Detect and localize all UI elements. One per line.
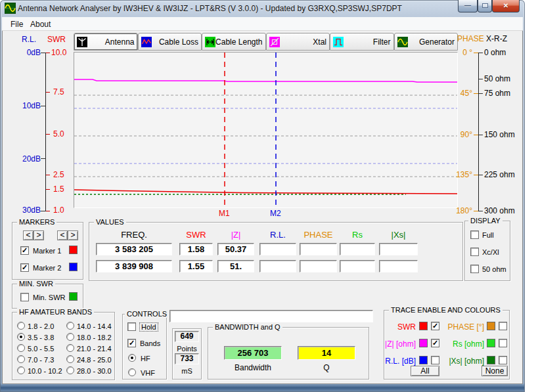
markers-group: MARKERS < > < > ✓ Marker 1 ✓ Marker 2: [12, 222, 83, 280]
band-label-3p5: 3.5 - 3.8: [28, 334, 54, 341]
display-xcxl-checkbox[interactable]: [470, 248, 479, 256]
trace-z-swatch[interactable]: [419, 339, 428, 347]
min-swr-color-swatch[interactable]: [69, 292, 78, 301]
xs-value-m2: [379, 260, 418, 272]
command-input[interactable]: [169, 310, 373, 322]
trace-rs-checkbox[interactable]: [499, 339, 507, 347]
marker2-prev-button[interactable]: <: [57, 230, 68, 240]
vhf-radio[interactable]: [128, 368, 136, 376]
tab-generator[interactable]: Generator: [394, 33, 459, 51]
hf-radio[interactable]: [128, 354, 136, 362]
phase-tick-label: 135°: [455, 171, 472, 179]
trace-phase-checkbox[interactable]: [499, 322, 507, 330]
tab-strip: Antenna Cable Loss Cable Length Xtal Fil…: [74, 33, 458, 51]
close-button[interactable]: ✕: [492, 0, 520, 12]
hf-label: HF: [141, 355, 150, 362]
band-radio-24p8[interactable]: [66, 355, 74, 363]
ohm-tick-label: 300 ohm: [484, 207, 515, 215]
marker2-plot-label: M2: [270, 209, 281, 217]
band-radio-5p0[interactable]: [17, 344, 25, 352]
band-radio-3p5[interactable]: [17, 333, 25, 341]
band-radio-28p0[interactable]: [66, 366, 74, 374]
swr-tick-label: 5.0: [53, 130, 64, 138]
rl-tick-label: 0dB: [22, 49, 41, 56]
min-swr-group: MIN. SWR Min. SWR: [12, 284, 83, 309]
trace-swr-swatch[interactable]: [419, 322, 428, 330]
rl-tick: [41, 106, 46, 106]
display-group: DISPLAY Full Xc/Xl 50 ohm: [464, 221, 510, 281]
min-swr-checkbox[interactable]: [20, 293, 29, 301]
marker1-checkbox[interactable]: ✓: [20, 246, 29, 255]
menu-bar: File About: [2, 17, 523, 31]
maximize-icon: [482, 3, 488, 8]
trace-z-checkbox[interactable]: ✓: [431, 339, 439, 347]
marker2-color-swatch[interactable]: [69, 263, 78, 271]
band-radio-10p0[interactable]: [17, 366, 25, 374]
chart-plot-area[interactable]: [74, 52, 458, 208]
ohm-tick-label: 0 ohm: [484, 49, 506, 56]
hf-bands-group: HF AMATEUR BANDS 1.8 - 2.0 3.5 - 3.8 5.0…: [12, 312, 115, 380]
trace-xs-swatch[interactable]: [487, 356, 495, 364]
trace-none-button[interactable]: None: [482, 366, 508, 376]
values-header-rl: R.L.: [259, 231, 296, 239]
phase-value-m2: [300, 260, 337, 272]
ohm-tick-label: 50 ohm: [484, 75, 510, 83]
bandwidth-q-group-title: BANDWIDTH and Q: [213, 323, 282, 331]
swr-tick-label: 7.5: [53, 88, 64, 96]
xs-value-m1: [379, 243, 418, 255]
trace-rs-swatch[interactable]: [487, 339, 495, 347]
phase-tick: [474, 53, 478, 53]
minimize-button[interactable]: —: [458, 0, 478, 12]
menu-about[interactable]: About: [27, 19, 54, 30]
trace-rl-checkbox[interactable]: [431, 356, 439, 364]
ohm-tick: [479, 175, 483, 175]
trace-xs-checkbox[interactable]: [499, 356, 507, 364]
rl-axis-title: R.L.: [22, 35, 36, 43]
marker1-next-button[interactable]: >: [34, 230, 44, 240]
trace-rl-swatch[interactable]: [419, 356, 428, 364]
band-radio-18p0[interactable]: [66, 333, 74, 341]
close-icon: ✕: [503, 2, 508, 9]
tab-cable-length[interactable]: Cable Length: [202, 33, 266, 51]
bands-checkbox[interactable]: ✓: [127, 339, 136, 347]
ohm-tick: [479, 79, 483, 79]
phase-tick: [474, 175, 478, 175]
display-50ohm-checkbox[interactable]: [470, 265, 479, 273]
band-radio-7p0[interactable]: [17, 355, 25, 363]
tab-filter[interactable]: Filter: [330, 33, 394, 51]
trace-rl-label: R.L. [dB]: [384, 357, 416, 365]
tab-antenna[interactable]: Antenna: [74, 33, 138, 51]
swr-tick-label: 10.0: [51, 49, 66, 56]
freq-value-m1: 3 583 205: [96, 243, 172, 255]
band-radio-1p8[interactable]: [17, 322, 25, 330]
marker1-color-swatch[interactable]: [69, 246, 78, 254]
ohm-tick-label: 75 ohm: [484, 89, 510, 97]
swr-tick-label: 1.5: [53, 185, 64, 193]
tab-xtal[interactable]: Xtal: [266, 33, 330, 51]
display-full-label: Full: [482, 231, 494, 239]
points-label: Points: [173, 345, 201, 353]
rs-value-m1: [340, 243, 375, 255]
band-label-10p0: 10.0 - 10.2: [28, 367, 62, 375]
hold-checkbox[interactable]: [127, 322, 136, 331]
marker2-checkbox[interactable]: ✓: [20, 263, 29, 272]
xtal-icon: [269, 37, 280, 47]
marker2-next-button[interactable]: >: [68, 230, 78, 240]
desktop-background: [525, 0, 538, 392]
display-full-checkbox[interactable]: [470, 230, 479, 239]
band-radio-21p0[interactable]: [66, 344, 74, 352]
trace-all-button[interactable]: All: [411, 366, 439, 376]
trace-enable-group: TRACE ENABLE AND COLOURS SWR ✓ |Z| [ohm]…: [384, 310, 510, 380]
maximize-button[interactable]: [478, 0, 492, 12]
z-value-m1: 50.37: [217, 243, 254, 255]
band-radio-14p0[interactable]: [66, 322, 74, 330]
phase-tick-label: 45°: [455, 89, 472, 97]
trace-swr-checkbox[interactable]: ✓: [431, 322, 439, 330]
menu-file[interactable]: File: [7, 19, 26, 30]
band-label-28p0: 28.0 - 30.0: [77, 367, 112, 375]
phase-tick: [474, 211, 478, 211]
rs-value-m2: [340, 260, 375, 272]
tab-cable-loss[interactable]: Cable Loss: [138, 33, 202, 51]
marker1-prev-button[interactable]: <: [23, 230, 34, 240]
trace-phase-swatch[interactable]: [487, 322, 495, 330]
